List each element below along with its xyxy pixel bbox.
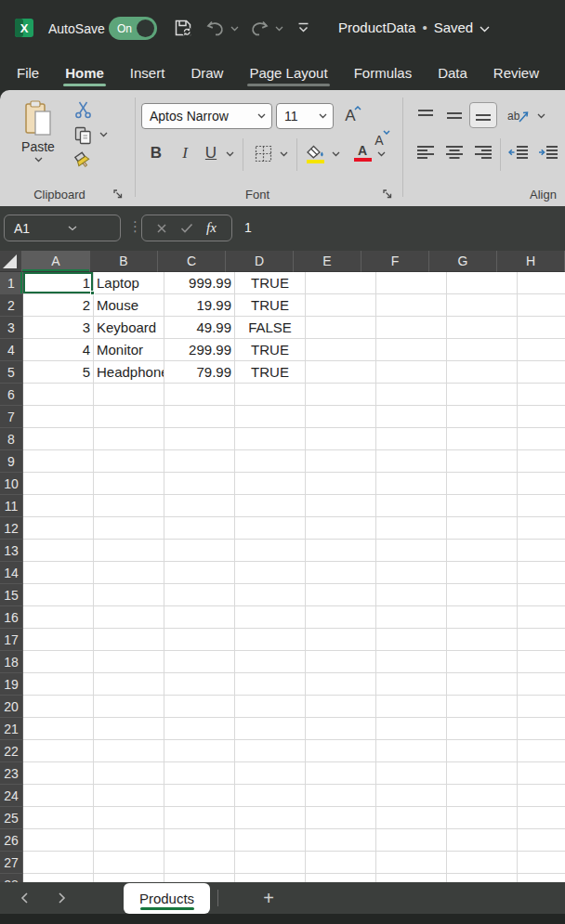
- cell-A26[interactable]: [23, 829, 94, 852]
- sheet-nav-next-icon[interactable]: [50, 887, 72, 909]
- font-size-select[interactable]: 11: [276, 103, 334, 129]
- cell-E8[interactable]: [306, 428, 376, 450]
- cell-A7[interactable]: [23, 406, 94, 428]
- cell-G21[interactable]: [447, 718, 518, 740]
- row-header-8[interactable]: 8: [0, 428, 23, 450]
- cell-E22[interactable]: [306, 740, 376, 762]
- cell-H25[interactable]: [518, 807, 565, 829]
- cell-C20[interactable]: [164, 696, 235, 718]
- cell-A13[interactable]: [23, 540, 94, 562]
- cell-D15[interactable]: [235, 584, 306, 606]
- cell-F24[interactable]: [376, 785, 447, 807]
- cell-D23[interactable]: [235, 762, 306, 785]
- cell-B8[interactable]: [94, 428, 164, 450]
- cell-F1[interactable]: [376, 272, 447, 294]
- cell-F13[interactable]: [376, 540, 447, 562]
- cell-C5[interactable]: 79.99: [164, 361, 235, 384]
- row-header-24[interactable]: 24: [0, 785, 23, 807]
- save-sync-icon[interactable]: [172, 17, 194, 39]
- cell-B15[interactable]: [94, 584, 164, 606]
- cell-H13[interactable]: [518, 540, 565, 562]
- cell-E9[interactable]: [306, 450, 376, 473]
- align-right-button[interactable]: [470, 140, 496, 164]
- cell-F12[interactable]: [376, 517, 447, 540]
- cell-D18[interactable]: [235, 651, 306, 673]
- orientation-button[interactable]: ab: [503, 104, 532, 128]
- cell-F4[interactable]: [376, 339, 447, 361]
- document-title-area[interactable]: ProductData • Saved: [338, 20, 490, 35]
- cell-C19[interactable]: [164, 673, 235, 696]
- cell-F19[interactable]: [376, 673, 447, 696]
- cell-C27[interactable]: [164, 852, 235, 874]
- cell-B11[interactable]: [94, 495, 164, 517]
- cell-D21[interactable]: [235, 718, 306, 740]
- cell-C25[interactable]: [164, 807, 235, 829]
- redo-icon[interactable]: [249, 20, 269, 36]
- row-header-20[interactable]: 20: [0, 696, 23, 718]
- cell-H8[interactable]: [518, 428, 565, 450]
- cell-E1[interactable]: [306, 272, 376, 294]
- cell-E10[interactable]: [306, 473, 376, 495]
- cell-B14[interactable]: [94, 562, 164, 584]
- cell-H4[interactable]: [518, 339, 565, 361]
- cell-G19[interactable]: [447, 673, 518, 696]
- cell-G2[interactable]: [447, 294, 518, 317]
- quick-access-overflow-icon[interactable]: [297, 22, 309, 33]
- row-header-17[interactable]: 17: [0, 629, 23, 651]
- cell-D4[interactable]: TRUE: [235, 339, 306, 361]
- cell-C4[interactable]: 299.99: [164, 339, 235, 361]
- row-header-11[interactable]: 11: [0, 495, 23, 517]
- tab-file[interactable]: File: [17, 59, 39, 89]
- cell-E11[interactable]: [306, 495, 376, 517]
- cell-H28[interactable]: [518, 874, 565, 882]
- column-header-D[interactable]: D: [226, 251, 294, 272]
- cell-B22[interactable]: [94, 740, 164, 762]
- tab-review[interactable]: Review: [493, 59, 539, 89]
- cell-F18[interactable]: [376, 651, 447, 673]
- cell-A4[interactable]: 4: [23, 339, 94, 361]
- cell-A25[interactable]: [23, 807, 94, 829]
- cell-A24[interactable]: [23, 785, 94, 807]
- fill-handle[interactable]: [90, 291, 95, 295]
- borders-button[interactable]: [249, 140, 277, 166]
- row-header-18[interactable]: 18: [0, 651, 23, 673]
- cell-C26[interactable]: [164, 829, 235, 852]
- row-header-12[interactable]: 12: [0, 517, 23, 540]
- column-header-A[interactable]: A: [22, 251, 90, 272]
- cell-F9[interactable]: [376, 450, 447, 473]
- cell-F26[interactable]: [376, 829, 447, 852]
- cell-G22[interactable]: [447, 740, 518, 762]
- cell-C24[interactable]: [164, 785, 235, 807]
- cell-D3[interactable]: FALSE: [235, 317, 306, 339]
- cell-H10[interactable]: [518, 473, 565, 495]
- cell-A14[interactable]: [23, 562, 94, 584]
- cell-C23[interactable]: [164, 762, 235, 785]
- decrease-indent-button[interactable]: [506, 140, 532, 164]
- cell-D24[interactable]: [235, 785, 306, 807]
- cell-A1[interactable]: 1: [23, 272, 94, 294]
- row-header-19[interactable]: 19: [0, 673, 23, 696]
- cell-G8[interactable]: [447, 428, 518, 450]
- row-header-13[interactable]: 13: [0, 540, 23, 562]
- cell-D27[interactable]: [235, 852, 306, 874]
- column-header-C[interactable]: C: [158, 251, 226, 272]
- tab-page-layout[interactable]: Page Layout: [249, 59, 327, 89]
- cell-H17[interactable]: [518, 629, 565, 651]
- cell-G26[interactable]: [447, 829, 518, 852]
- row-header-28[interactable]: 28: [0, 874, 23, 882]
- insert-function-icon[interactable]: fx: [206, 220, 217, 236]
- excel-logo-icon[interactable]: X: [14, 18, 34, 38]
- cell-A27[interactable]: [23, 852, 94, 874]
- cell-H11[interactable]: [518, 495, 565, 517]
- cell-A22[interactable]: [23, 740, 94, 762]
- add-sheet-button[interactable]: +: [256, 887, 281, 909]
- tab-insert[interactable]: Insert: [130, 59, 165, 89]
- align-left-button[interactable]: [413, 140, 439, 164]
- cell-G5[interactable]: [447, 361, 518, 384]
- cell-E18[interactable]: [306, 651, 376, 673]
- cell-F11[interactable]: [376, 495, 447, 517]
- cell-B20[interactable]: [94, 696, 164, 718]
- cell-F15[interactable]: [376, 584, 447, 606]
- cell-C17[interactable]: [164, 629, 235, 651]
- cell-C8[interactable]: [164, 428, 235, 450]
